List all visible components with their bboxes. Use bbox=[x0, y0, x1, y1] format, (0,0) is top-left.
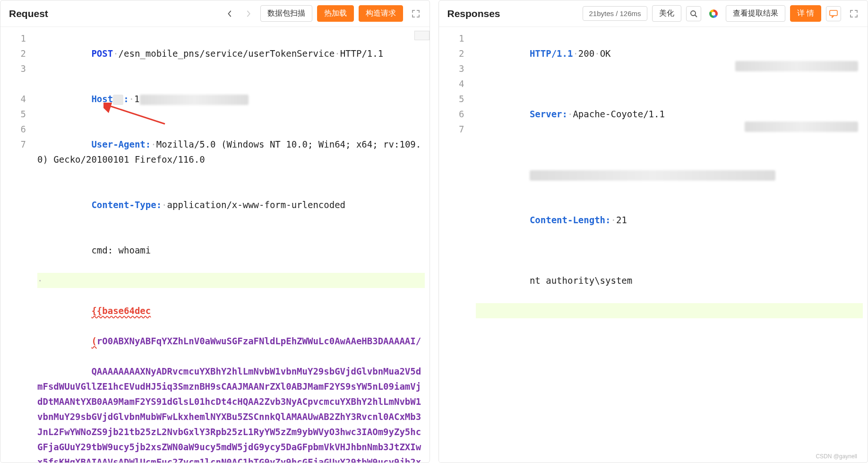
prev-request-button[interactable] bbox=[223, 7, 237, 21]
code-line: Server:·Apache-Coyote/1.1 bbox=[476, 91, 863, 152]
http-method: POST bbox=[91, 48, 113, 59]
host-key: Host bbox=[91, 94, 113, 104]
request-title: Request bbox=[9, 8, 48, 19]
response-header: Responses 21bytes / 126ms 美化 查看提取结果 详 情 bbox=[439, 0, 868, 27]
next-request-button[interactable] bbox=[241, 7, 256, 21]
size-time-status: 21bytes / 126ms bbox=[583, 6, 647, 21]
code-line: Content-Length:·21 bbox=[476, 197, 863, 243]
code-line: POST·/esn_mobile_pns/service/userTokenSe… bbox=[37, 31, 425, 76]
response-gutter: 1 2 3 4 5 6 7 bbox=[439, 27, 476, 463]
request-panel: Request 数据包扫描 热加载 构造请求 1 2 3 4 5 6 7 bbox=[0, 0, 430, 463]
template-open: {{base64dec bbox=[91, 306, 151, 316]
fold-handle-icon[interactable] bbox=[414, 31, 430, 40]
build-request-button[interactable]: 构造请求 bbox=[359, 5, 403, 22]
payload-seg-1: rO0ABXNyABFqYXZhLnV0aWwuSGFzaFNldLpEhZWW… bbox=[97, 336, 421, 346]
host-value-prefix: 1 bbox=[134, 94, 139, 104]
response-code[interactable]: HTTP/1.1·200·OK Server:·Apache-Coyote/1.… bbox=[476, 27, 868, 463]
template-paren: ( bbox=[91, 336, 96, 346]
server-value: Apache-Coyote/1.1 bbox=[573, 109, 664, 119]
redacted-strip bbox=[735, 61, 858, 71]
cl-key: Content-Length: bbox=[530, 215, 611, 225]
code-line: {{base64dec (rO0ABXNyABFqYXZhLnV0aWwuSGF… bbox=[37, 288, 425, 463]
beautify-button[interactable]: 美化 bbox=[652, 5, 681, 22]
cl-value: 21 bbox=[616, 215, 627, 225]
expand-icon[interactable] bbox=[849, 9, 859, 19]
http-version: HTTP/1.1 bbox=[340, 48, 384, 59]
response-panel: Responses 21bytes / 126ms 美化 查看提取结果 详 情 … bbox=[438, 0, 868, 463]
request-code[interactable]: POST·/esn_mobile_pns/service/userTokenSe… bbox=[37, 27, 430, 463]
gutter-line: 1 bbox=[0, 31, 26, 46]
gutter-line: 7 bbox=[0, 137, 26, 152]
detail-button[interactable]: 详 情 bbox=[790, 5, 821, 22]
gutter-line: 4 bbox=[0, 91, 26, 106]
request-editor[interactable]: 1 2 3 4 5 6 7 POST·/esn_mobile_pns/servi… bbox=[0, 27, 430, 463]
response-body: nt authority\system bbox=[530, 275, 632, 286]
gutter-line: 3 bbox=[439, 61, 464, 76]
expand-icon[interactable] bbox=[411, 9, 421, 19]
gutter-line: 6 bbox=[0, 122, 26, 137]
gutter-line: 1 bbox=[439, 31, 464, 46]
payload-seg-2: QAAAAAAAAXNyADRvcmcuYXBhY2hlLmNvbW1vbnMu… bbox=[37, 366, 421, 463]
search-icon[interactable] bbox=[686, 6, 701, 21]
response-editor[interactable]: 1 2 3 4 5 6 7 HTTP/1.1·200·OK Server:·Ap… bbox=[439, 27, 868, 463]
cmd-line: cmd: whoami bbox=[91, 245, 151, 255]
redacted-icon bbox=[113, 95, 123, 105]
gutter-line: 2 bbox=[0, 46, 26, 61]
code-line: Host:·1 bbox=[37, 76, 425, 122]
request-header: Request 数据包扫描 热加载 构造请求 bbox=[0, 0, 430, 27]
hotload-button[interactable]: 热加载 bbox=[317, 5, 354, 22]
http-version: HTTP/1.1 bbox=[530, 48, 573, 59]
response-title: Responses bbox=[447, 8, 500, 19]
gutter-line: 4 bbox=[439, 76, 464, 91]
redacted-host bbox=[140, 95, 249, 105]
gutter-line: 5 bbox=[439, 91, 464, 106]
chrome-icon[interactable] bbox=[706, 6, 721, 21]
status-code: 200 bbox=[578, 48, 594, 59]
svg-line-2 bbox=[695, 15, 697, 17]
request-gutter: 1 2 3 4 5 6 7 bbox=[0, 27, 37, 463]
code-line bbox=[476, 243, 863, 258]
code-line-current: · bbox=[37, 273, 425, 288]
code-line: HTTP/1.1·200·OK bbox=[476, 31, 863, 91]
ct-value: application/x-www-form-urlencoded bbox=[167, 200, 346, 210]
gutter-line: 2 bbox=[439, 46, 464, 61]
code-line: cmd: whoami bbox=[37, 227, 425, 273]
gutter-line: 3 bbox=[0, 61, 26, 91]
code-line bbox=[476, 152, 863, 197]
gutter-line: 5 bbox=[0, 106, 26, 122]
status-text: OK bbox=[600, 48, 611, 59]
extract-button[interactable]: 查看提取结果 bbox=[726, 5, 785, 22]
code-line: User-Agent:·Mozilla/5.0 (Windows NT 10.0… bbox=[37, 122, 425, 182]
scan-button[interactable]: 数据包扫描 bbox=[260, 5, 312, 22]
ua-key: User-Agent: bbox=[91, 139, 151, 149]
comment-icon[interactable] bbox=[826, 6, 841, 21]
server-key: Server: bbox=[530, 109, 567, 119]
watermark: CSDN @gaynell bbox=[816, 453, 857, 460]
gutter-line: 7 bbox=[439, 122, 464, 137]
code-line: Content-Type:·application/x-www-form-url… bbox=[37, 182, 425, 227]
gutter-line: 6 bbox=[439, 106, 464, 122]
code-line: nt authority\system bbox=[476, 258, 863, 303]
request-path: /esn_mobile_pns/service/userTokenService bbox=[119, 48, 335, 59]
code-line-current bbox=[476, 303, 863, 318]
redacted-line bbox=[530, 170, 775, 181]
svg-point-1 bbox=[691, 11, 696, 16]
ct-key: Content-Type: bbox=[91, 200, 162, 210]
svg-rect-3 bbox=[830, 10, 837, 16]
redacted-strip bbox=[745, 122, 858, 132]
